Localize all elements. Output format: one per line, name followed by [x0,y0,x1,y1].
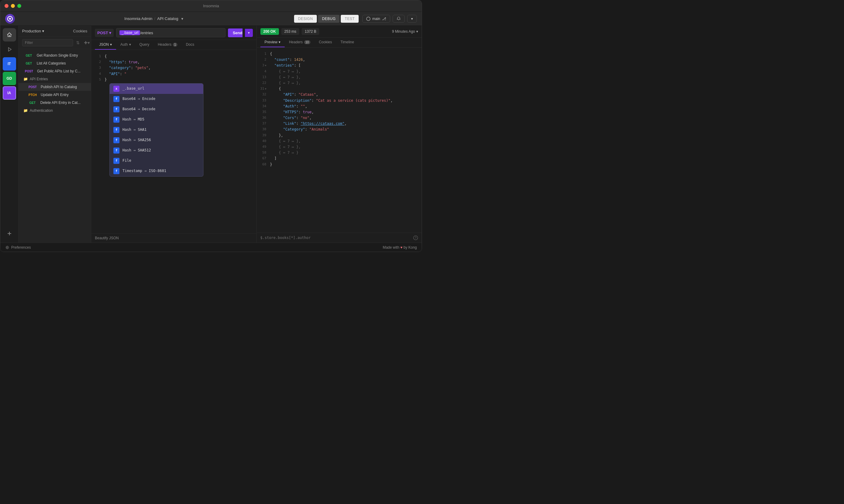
sidebar-item-it[interactable]: IT [3,57,16,71]
maximize-button[interactable] [17,4,21,8]
branch-label: main [372,17,380,21]
filter-input[interactable] [22,39,73,46]
jsonpath-input[interactable] [260,236,414,240]
code-line: 35 "HTTPS": true, [260,109,418,115]
tab-cookies[interactable]: Cookies [315,38,336,47]
tab-label: Preview [265,40,278,44]
nav-item-delete[interactable]: GET Delete API Entry in Cat... [18,99,91,107]
ac-item-hash-sha1[interactable]: f Hash ⇒ SHA1 [110,125,203,135]
sort-button[interactable]: ⇅ [75,40,81,46]
ac-label: File [122,158,131,164]
autocomplete-dropdown[interactable]: x _.base_url f Base64 ⇒ Encode f Base64 … [109,83,203,177]
response-size: 1372 B [302,28,319,35]
tab-label: Headers [158,42,171,47]
ac-item-hash-sha256[interactable]: f Hash ⇒ SHA256 [110,135,203,145]
method-badge-post: POST [23,69,35,73]
tab-docs[interactable]: Docs [182,40,198,50]
tab-auth[interactable]: Auth ▾ [116,40,135,50]
beautify-button[interactable]: Beautify JSON [95,236,119,240]
env-label: Production [22,29,41,33]
method-badge-get: GET [23,61,34,66]
folder-icon: 📁 [23,77,28,81]
url-bar[interactable]: _.base_url /entries [116,28,225,37]
tab-test[interactable]: TEST [341,15,359,23]
tab-design[interactable]: DESIGN [294,15,317,23]
tab-timeline[interactable]: Timeline [336,38,358,47]
request-tabs: JSON ▾ Auth ▾ Query Headers 1 Docs [91,40,257,50]
breadcrumb-dropdown-button[interactable]: ▼ [180,17,185,21]
sidebar-item-home[interactable] [3,28,16,41]
nav-item-label: Delete API Entry in Cat... [40,101,81,105]
method-badge-get: GET [27,101,38,105]
ac-item-timestamp[interactable]: f Timestamp ⇒ ISO-8601 [110,166,203,176]
help-icon[interactable]: ? [413,235,418,240]
environment-selector[interactable]: Production ▾ [22,29,44,33]
svg-point-2 [366,17,370,21]
code-line: 68 } [260,162,418,167]
ac-item-base64-encode[interactable]: f Base64 ⇒ Encode [110,94,203,104]
tab-preview[interactable]: Preview ▾ [260,38,285,47]
env-dropdown-icon: ▾ [42,29,44,33]
tab-headers[interactable]: Headers 1 [153,40,182,50]
made-with-label: Made with ♥ by Kong [383,245,417,250]
tab-query[interactable]: Query [135,40,154,50]
notifications-button[interactable] [393,15,405,23]
code-line: 37 "Link": "https://cataas.com", [260,121,418,127]
tab-dropdown: ▾ [129,42,131,47]
request-toolbar: POST ▾ _.base_url /entries Send ▾ [91,26,257,40]
branch-button[interactable]: main ⎇ [362,15,390,23]
time-ago[interactable]: 9 Minutes Ago ▾ [392,30,418,34]
method-badge-post: POST [27,85,38,89]
code-line: 5 } [95,77,253,83]
minimize-button[interactable] [11,4,15,8]
request-body[interactable]: 1 { 2 "https": true, 3 "category": "pets… [91,50,257,233]
code-line: 2 "count": 1426, [260,57,418,63]
nav-panel: Production ▾ Cookies ⇅ ✚▾ GET Get Random… [18,26,91,242]
nav-item-list-categories[interactable]: GET List All Categories [18,59,91,67]
request-footer: Beautify JSON [91,233,257,242]
add-request-button[interactable]: ✚▾ [83,40,91,46]
status-bar: Preferences Made with ♥ by Kong [0,242,422,252]
cookies-button[interactable]: Cookies [73,29,87,33]
response-body: 1 { 2 "count": 1426, 3 "entries": [ 4 { … [257,48,422,233]
nav-item-update[interactable]: PTCH Update API Entry [18,91,91,99]
method-selector[interactable]: POST ▾ [95,29,114,37]
ac-item-base-url[interactable]: x _.base_url [110,84,203,94]
nav-item-publish[interactable]: POST Publish API to Catalog [18,83,91,91]
tab-json[interactable]: JSON ▾ [95,40,116,50]
folder-authentication[interactable]: 📁 Authentication [18,107,91,114]
titlebar: Insomnia [0,0,422,12]
profile-button[interactable]: ▾ [407,15,417,23]
breadcrumb-workspace[interactable]: Insomnia Admin [124,16,153,21]
nav-item-label: Get Random Single Entry [37,53,78,57]
ac-item-file[interactable]: f File [110,156,203,166]
nav-item-get-public[interactable]: POST Get Public APIs List by C... [18,67,91,75]
send-button[interactable]: Send [228,29,243,37]
send-dropdown-button[interactable]: ▾ [245,29,253,37]
response-footer: ? [257,233,422,242]
url-base-tag[interactable]: _.base_url [119,30,140,35]
method-label: POST [97,31,108,35]
sidebar-add-button[interactable] [3,227,16,240]
tab-debug[interactable]: DEBUG [318,15,340,23]
ac-item-base64-decode[interactable]: f Base64 ⇒ Decode [110,104,203,114]
sidebar-item-runner[interactable] [3,43,16,56]
folder-api-entries[interactable]: 📁 API Entries [18,75,91,83]
ac-item-hash-md5[interactable]: f Hash ⇒ MD5 [110,114,203,125]
nav-item-get-random[interactable]: GET Get Random Single Entry [18,52,91,59]
tab-headers[interactable]: Headers 10 [285,38,314,47]
nav-item-label: Get Public APIs List by C... [37,69,80,73]
preferences-button[interactable]: Preferences [5,245,31,250]
ac-item-hash-sha512[interactable]: f Hash ⇒ SHA512 [110,145,203,156]
time-ago-dropdown: ▾ [416,30,418,34]
window-title: Insomnia [203,4,219,8]
ac-label: Timestamp ⇒ ISO-8601 [122,168,167,174]
folder-icon: 📁 [23,108,28,113]
branch-fork-icon: ⎇ [382,17,386,21]
code-line: 3 "entries": [ [260,63,418,69]
folder-label: API Entries [30,77,48,81]
close-button[interactable] [4,4,8,8]
sidebar-item-ia[interactable]: IA [3,86,16,100]
sidebar-item-gd[interactable]: GD [3,72,16,85]
breadcrumb-project[interactable]: API Catalog [157,16,178,21]
